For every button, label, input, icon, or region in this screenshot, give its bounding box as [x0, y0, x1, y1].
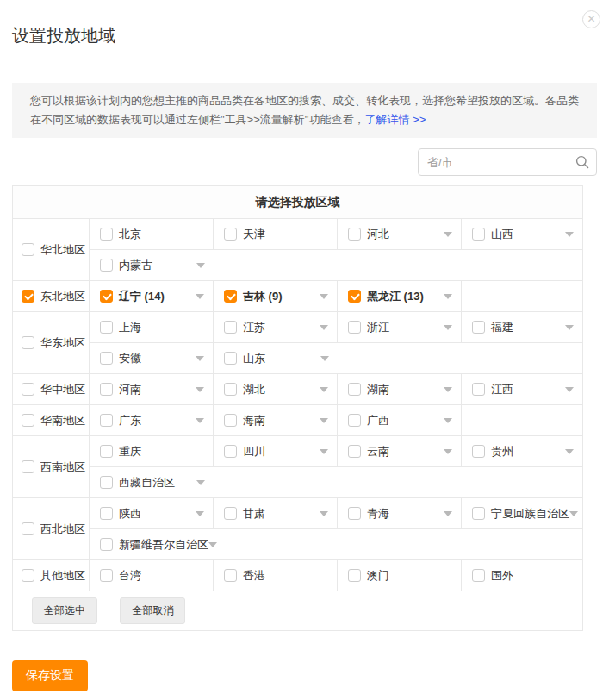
province-cell[interactable]: 天津 — [214, 219, 338, 250]
checkbox-checked-icon[interactable] — [224, 290, 237, 303]
checkbox-unchecked-icon[interactable] — [224, 507, 237, 520]
checkbox-unchecked-icon[interactable] — [224, 228, 237, 241]
dropdown-arrow-icon[interactable] — [444, 511, 452, 516]
province-cell[interactable]: 湖南 — [338, 374, 462, 405]
dropdown-arrow-icon[interactable] — [196, 387, 204, 392]
province-cell[interactable]: 新疆维吾尔自治区 — [90, 529, 214, 560]
cancel-all-button[interactable]: 全部取消 — [120, 597, 185, 624]
checkbox-unchecked-icon[interactable] — [348, 383, 361, 396]
save-settings-button[interactable]: 保存设置 — [12, 660, 88, 691]
checkbox-unchecked-icon[interactable] — [100, 476, 113, 489]
dropdown-arrow-icon[interactable] — [208, 542, 217, 547]
dropdown-arrow-icon[interactable] — [196, 418, 204, 423]
province-cell[interactable]: 江苏 — [214, 312, 338, 343]
checkbox-unchecked-icon[interactable] — [224, 383, 237, 396]
checkbox-unchecked-icon[interactable] — [100, 259, 113, 272]
dropdown-arrow-icon[interactable] — [196, 263, 205, 268]
dropdown-arrow-icon[interactable] — [320, 387, 328, 392]
dropdown-arrow-icon[interactable] — [196, 356, 204, 361]
checkbox-unchecked-icon[interactable] — [348, 569, 361, 582]
dropdown-arrow-icon[interactable] — [569, 511, 578, 516]
dropdown-arrow-icon[interactable] — [444, 418, 452, 423]
checkbox-unchecked-icon[interactable] — [22, 460, 34, 473]
checkbox-unchecked-icon[interactable] — [100, 228, 113, 241]
province-cell[interactable]: 陕西 — [90, 498, 214, 529]
checkbox-unchecked-icon[interactable] — [472, 228, 485, 241]
province-cell[interactable]: 浙江 — [338, 312, 462, 343]
checkbox-unchecked-icon[interactable] — [22, 569, 34, 582]
search-input[interactable] — [418, 148, 597, 176]
province-cell[interactable]: 北京 — [90, 219, 214, 250]
dropdown-arrow-icon[interactable] — [444, 449, 452, 454]
checkbox-unchecked-icon[interactable] — [22, 336, 34, 349]
checkbox-unchecked-icon[interactable] — [472, 507, 485, 520]
province-cell[interactable]: 甘肃 — [214, 498, 338, 529]
checkbox-unchecked-icon[interactable] — [100, 352, 113, 365]
select-all-button[interactable]: 全部选中 — [32, 597, 97, 624]
province-cell[interactable]: 安徽 — [90, 343, 214, 374]
checkbox-unchecked-icon[interactable] — [224, 321, 237, 334]
checkbox-unchecked-icon[interactable] — [472, 383, 485, 396]
province-cell[interactable]: 重庆 — [90, 436, 214, 467]
province-cell[interactable]: 广西 — [338, 405, 462, 436]
checkbox-unchecked-icon[interactable] — [22, 522, 34, 535]
region-group-cell[interactable]: 西南地区 — [13, 436, 90, 498]
checkbox-unchecked-icon[interactable] — [472, 445, 485, 458]
dropdown-arrow-icon[interactable] — [320, 418, 328, 423]
checkbox-unchecked-icon[interactable] — [224, 414, 237, 427]
province-cell[interactable]: 贵州 — [462, 436, 583, 467]
province-cell[interactable]: 澳门 — [338, 560, 462, 591]
dropdown-arrow-icon[interactable] — [565, 325, 574, 330]
search-icon[interactable] — [575, 155, 589, 169]
dropdown-arrow-icon[interactable] — [196, 480, 205, 485]
province-cell[interactable]: 河南 — [90, 374, 214, 405]
checkbox-unchecked-icon[interactable] — [22, 383, 34, 396]
checkbox-unchecked-icon[interactable] — [472, 569, 485, 582]
dropdown-arrow-icon[interactable] — [320, 511, 328, 516]
dropdown-arrow-icon[interactable] — [565, 232, 574, 237]
dropdown-arrow-icon[interactable] — [196, 294, 204, 299]
province-cell[interactable]: 福建 — [462, 312, 583, 343]
province-cell[interactable]: 吉林 (9) — [214, 281, 338, 312]
province-cell[interactable]: 河北 — [338, 219, 462, 250]
province-cell[interactable]: 上海 — [90, 312, 214, 343]
dropdown-arrow-icon[interactable] — [320, 294, 328, 299]
province-cell[interactable]: 国外 — [462, 560, 583, 591]
region-group-cell[interactable]: 西北地区 — [13, 498, 90, 560]
dropdown-arrow-icon[interactable] — [320, 356, 329, 361]
checkbox-checked-icon[interactable] — [22, 290, 34, 303]
checkbox-unchecked-icon[interactable] — [100, 569, 113, 582]
province-cell[interactable]: 山东 — [214, 343, 338, 374]
province-cell[interactable]: 海南 — [214, 405, 338, 436]
checkbox-checked-icon[interactable] — [348, 290, 361, 303]
province-cell[interactable]: 湖北 — [214, 374, 338, 405]
checkbox-unchecked-icon[interactable] — [224, 569, 237, 582]
checkbox-unchecked-icon[interactable] — [100, 321, 113, 334]
dropdown-arrow-icon[interactable] — [196, 511, 204, 516]
checkbox-unchecked-icon[interactable] — [100, 414, 113, 427]
region-group-cell[interactable]: 华东地区 — [13, 312, 90, 374]
checkbox-unchecked-icon[interactable] — [348, 507, 361, 520]
checkbox-unchecked-icon[interactable] — [22, 243, 34, 256]
checkbox-unchecked-icon[interactable] — [348, 445, 361, 458]
province-cell[interactable]: 云南 — [338, 436, 462, 467]
dropdown-arrow-icon[interactable] — [444, 232, 452, 237]
checkbox-unchecked-icon[interactable] — [100, 507, 113, 520]
checkbox-unchecked-icon[interactable] — [100, 383, 113, 396]
dropdown-arrow-icon[interactable] — [444, 294, 452, 299]
checkbox-unchecked-icon[interactable] — [348, 228, 361, 241]
region-group-cell[interactable]: 华北地区 — [13, 219, 90, 281]
checkbox-unchecked-icon[interactable] — [100, 445, 113, 458]
region-group-cell[interactable]: 华南地区 — [13, 405, 90, 436]
province-cell[interactable]: 黑龙江 (13) — [338, 281, 462, 312]
learn-more-link[interactable]: 了解详情 >> — [364, 113, 426, 126]
checkbox-unchecked-icon[interactable] — [472, 321, 485, 334]
province-cell[interactable]: 宁夏回族自治区 — [462, 498, 583, 529]
province-cell[interactable]: 江西 — [462, 374, 583, 405]
checkbox-unchecked-icon[interactable] — [22, 414, 34, 427]
close-icon[interactable]: ✕ — [582, 10, 600, 28]
province-cell[interactable]: 西藏自治区 — [90, 467, 214, 498]
region-group-cell[interactable]: 其他地区 — [13, 560, 90, 591]
province-cell[interactable]: 山西 — [462, 219, 583, 250]
province-cell[interactable]: 广东 — [90, 405, 214, 436]
